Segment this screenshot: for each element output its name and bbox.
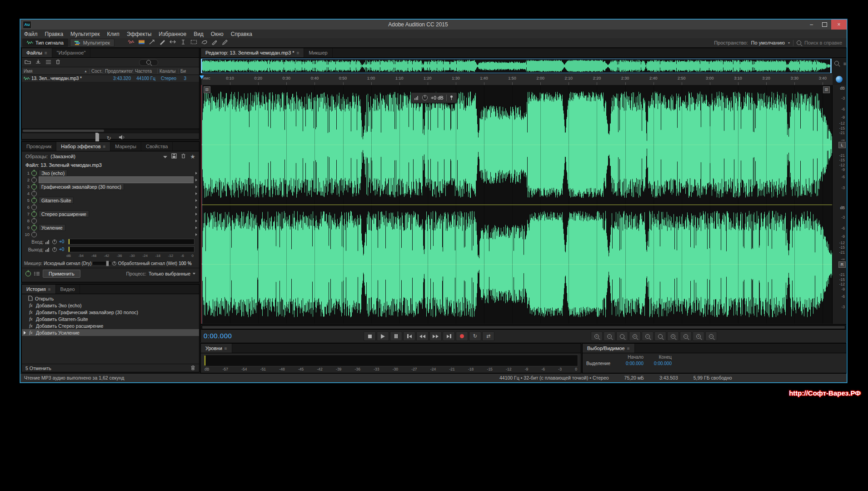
effect-slot[interactable]: 6	[22, 204, 199, 210]
gain-hud[interactable]: +0 dB	[411, 92, 457, 103]
panel-menu-icon[interactable]: ≡	[224, 346, 227, 351]
rack-power-icon[interactable]	[25, 271, 31, 276]
effect-slot[interactable]: 4	[22, 190, 199, 197]
minimize-button[interactable]: –	[805, 20, 818, 30]
menu-item-эффекты[interactable]: Эффекты	[123, 31, 155, 37]
output-gain-value[interactable]: +0	[59, 247, 66, 252]
effect-slot[interactable]: 9Усиление	[22, 224, 199, 231]
slot-arrow-icon[interactable]	[195, 192, 197, 195]
tab-избранное[interactable]: "Избранное"	[52, 48, 91, 57]
tab-видео[interactable]: Видео	[56, 285, 80, 294]
overview-zoom-button[interactable]	[833, 60, 840, 67]
effect-slot[interactable]: 8	[22, 217, 199, 224]
process-list-icon[interactable]	[34, 271, 40, 276]
slot-arrow-icon[interactable]	[195, 199, 197, 202]
zoom-in-button[interactable]: +	[693, 331, 704, 341]
effect-name[interactable]: Усиление	[39, 224, 65, 231]
loop-button[interactable]: ↻	[106, 134, 111, 142]
menu-item-правка[interactable]: Правка	[41, 31, 67, 37]
tab-файлы[interactable]: Файлы≡	[22, 48, 52, 57]
effect-name[interactable]: Графический эквалайзер (30 полос)	[39, 183, 124, 190]
title-bar[interactable]: Au Adobe Audition CC 2015 – ×	[20, 20, 847, 30]
db-ruler[interactable]: dB-3-6-9-12-15-21-∞-21-15-12-9-6-3LdB-3-…	[832, 85, 846, 324]
zoom-full-button[interactable]	[654, 331, 666, 341]
stop-button[interactable]	[364, 331, 376, 341]
history-item[interactable]: fxДобавить Стерео расширение	[22, 322, 199, 329]
zoom-selection-out-point-button[interactable]: −	[642, 331, 653, 341]
input-gain-value[interactable]: +0	[59, 239, 66, 244]
paintbrush-tool-button[interactable]	[210, 39, 219, 47]
overview-strip[interactable]	[201, 59, 832, 73]
effect-name[interactable]: Эхо (echo)	[39, 170, 67, 176]
effect-slot[interactable]: 5Gitarren-Suite	[22, 197, 199, 204]
trash-icon[interactable]	[190, 365, 195, 371]
skip-to-start-button[interactable]	[403, 331, 415, 341]
scrollbar-thumb[interactable]	[23, 130, 104, 132]
power-icon[interactable]	[31, 170, 37, 176]
tab-свойства[interactable]: Свойства	[141, 142, 173, 151]
time-selection-tool-button[interactable]	[179, 39, 188, 47]
history-item[interactable]: fxДобавить Графический эквалайзер (30 по…	[22, 309, 199, 316]
play-button[interactable]	[377, 331, 389, 341]
undo-count[interactable]: 5 Отменить	[25, 366, 51, 371]
files-search-input[interactable]	[139, 59, 158, 66]
gain-knob-icon[interactable]	[52, 247, 57, 252]
pin-icon[interactable]	[449, 95, 454, 100]
favorite-star-button[interactable]: ★	[190, 154, 195, 160]
tab-выбор-видимое[interactable]: Выбор/Видимое≡	[583, 344, 635, 353]
autoplay-button[interactable]	[119, 134, 125, 142]
zoom-selection-button[interactable]	[616, 331, 628, 341]
power-icon[interactable]	[31, 191, 37, 196]
record-button[interactable]	[456, 331, 468, 341]
power-icon[interactable]	[31, 198, 37, 203]
move-tool-button[interactable]	[147, 39, 157, 47]
channel-l-badge[interactable]: L	[838, 142, 846, 148]
close-button[interactable]: ×	[831, 20, 847, 30]
waveform-display[interactable]: ▧ ▧ +0 dB dB-3-6-9-12-15-21-∞-21-15-12-9…	[201, 85, 846, 324]
apply-button[interactable]: Применить	[43, 270, 80, 278]
input-level-widget-icon[interactable]: ▧	[204, 86, 210, 93]
tab-микшер[interactable]: Микшер	[304, 48, 332, 57]
empty-slot-selected[interactable]	[39, 176, 194, 183]
zoom-out-amplitude-button[interactable]: −	[680, 331, 692, 341]
help-search-input[interactable]: Поиск в справке	[804, 40, 842, 45]
panel-menu-icon[interactable]: ≡	[627, 346, 630, 351]
panel-menu-icon[interactable]: ≡	[103, 144, 106, 149]
marquee-selection-tool-button[interactable]	[189, 39, 199, 47]
zoom-out-time-button[interactable]: −	[604, 331, 615, 341]
slot-arrow-icon[interactable]	[195, 206, 197, 209]
fast-forward-button[interactable]	[429, 331, 442, 341]
editor-hscrollbar[interactable]	[201, 324, 846, 329]
navigator-ball-icon[interactable]	[836, 76, 843, 83]
presets-select[interactable]: (Заказной)	[50, 154, 75, 159]
lasso-selection-tool-button[interactable]	[200, 39, 209, 47]
playhead-marker[interactable]	[200, 75, 204, 79]
panel-menu-icon[interactable]: ≡	[45, 50, 47, 55]
slip-tool-button[interactable]	[168, 39, 178, 47]
menu-item-справка[interactable]: Справка	[227, 31, 256, 37]
waveform-display-button[interactable]	[126, 39, 136, 47]
list-view-button[interactable]	[45, 58, 51, 66]
column-header-продолжительн[interactable]: Продолжительн...	[103, 69, 133, 74]
waveform-view-button[interactable]: Тип сигнала	[22, 39, 68, 47]
power-icon[interactable]	[31, 184, 37, 190]
effect-slot[interactable]: 2	[22, 176, 199, 183]
gain-knob-icon[interactable]	[52, 239, 57, 245]
menu-item-файл[interactable]: Файл	[20, 31, 41, 37]
slot-arrow-icon[interactable]	[195, 233, 197, 236]
maximize-button[interactable]	[818, 20, 831, 30]
slot-arrow-icon[interactable]	[195, 185, 197, 188]
pencil-tool-button[interactable]	[220, 39, 230, 47]
level-meter[interactable]	[204, 355, 578, 366]
delete-file-button[interactable]	[55, 58, 60, 66]
loop-playback-button[interactable]: ↻	[469, 331, 481, 341]
process-select[interactable]: Только выбранные	[149, 271, 190, 276]
play-button[interactable]	[95, 134, 99, 142]
tab-уровни[interactable]: Уровни≡	[201, 344, 232, 353]
zoom-in-time-button[interactable]: +	[591, 331, 603, 341]
slot-arrow-icon[interactable]	[195, 179, 197, 181]
slot-arrow-icon[interactable]	[195, 226, 197, 229]
history-item[interactable]: fxДобавить Усиление	[22, 329, 199, 336]
search-icon[interactable]	[797, 40, 801, 45]
files-list[interactable]: 13. Зел...чемодан.mp3 *3:43.32044100 ГцС…	[22, 75, 199, 129]
